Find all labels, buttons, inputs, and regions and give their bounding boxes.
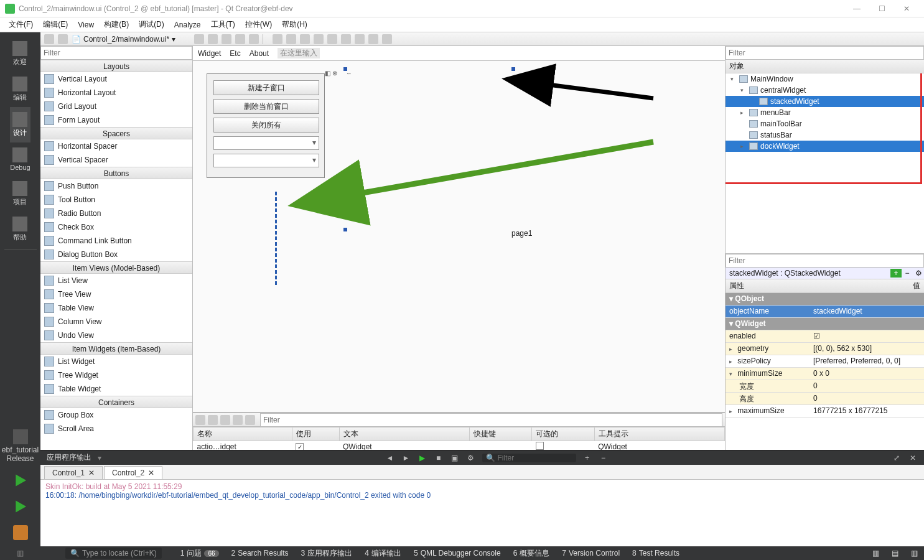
layout-icon[interactable] — [273, 34, 282, 44]
wb-category[interactable]: Item Views (Model-Based) — [40, 261, 192, 274]
tool-icon[interactable] — [208, 34, 218, 44]
nav-fwd-icon[interactable] — [58, 34, 68, 44]
menu-item[interactable]: View — [73, 19, 99, 30]
object-filter[interactable] — [726, 46, 924, 60]
edit-action-icon[interactable] — [245, 415, 255, 425]
ae-col[interactable]: 工具提示 — [594, 427, 724, 441]
stop-icon[interactable]: ■ — [434, 453, 444, 463]
wb-item[interactable]: Column View — [40, 315, 192, 329]
form-canvas[interactable]: ◧ ⊗ ↔ 新建子窗口删除当前窗口关闭所有 page1 — [193, 61, 725, 413]
layout-icon[interactable] — [355, 34, 365, 44]
object-tree[interactable]: ▾MainWindow▾centralWidgetstackedWidget▸m… — [726, 73, 924, 254]
layout-icon[interactable] — [327, 34, 337, 44]
prev-icon[interactable]: ◄ — [385, 453, 395, 463]
form-menu-item[interactable]: Etc — [230, 49, 240, 58]
expand-icon[interactable]: ▸ — [740, 110, 747, 116]
run-button[interactable] — [0, 468, 40, 494]
wb-item[interactable]: Tree View — [40, 287, 192, 301]
remove-pane-icon[interactable]: − — [599, 453, 609, 463]
mode-项目[interactable]: 项目 — [10, 176, 30, 212]
prop-row[interactable]: ▸ sizePolicy[Preferred, Preferred, 0, 0] — [726, 355, 924, 368]
layout-icon[interactable] — [300, 34, 310, 44]
dock-panel[interactable]: 新建子窗口删除当前窗口关闭所有 — [207, 73, 325, 178]
wb-item[interactable]: Table Widget — [40, 382, 192, 396]
checkbox-icon[interactable] — [536, 442, 544, 450]
output-filter[interactable] — [498, 454, 572, 462]
ae-col[interactable]: 名称 — [194, 427, 292, 441]
wb-item[interactable]: Push Button — [40, 179, 192, 193]
obj-row[interactable]: stackedWidget — [726, 96, 924, 107]
layout-icon[interactable] — [314, 34, 324, 44]
wb-item[interactable]: Table View — [40, 301, 192, 315]
attach-icon[interactable]: ▣ — [450, 453, 460, 463]
resize-handles[interactable]: ◧ ⊗ ↔ — [325, 70, 352, 77]
toggle-right-icon[interactable]: ▥ — [905, 549, 924, 558]
wb-item[interactable]: Command Link Button — [40, 234, 192, 248]
wb-item[interactable]: Form Layout — [40, 113, 192, 127]
new-action-icon[interactable] — [195, 415, 205, 425]
obj-row[interactable]: ▾centralWidget — [726, 85, 924, 96]
prop-row[interactable]: ▾ minimumSize0 x 0 — [726, 368, 924, 380]
maximize-button[interactable]: ☐ — [869, 0, 894, 17]
wb-item[interactable]: Group Box — [40, 408, 192, 422]
run-icon[interactable]: ▶ — [418, 453, 427, 463]
dropdown-icon[interactable]: ▾ — [98, 454, 101, 462]
statusbar-item[interactable]: 7Version Control — [556, 548, 626, 559]
minimize-button[interactable]: — — [844, 0, 869, 17]
output-tab[interactable]: Control_1✕ — [44, 466, 103, 479]
ae-col[interactable]: 使用 — [292, 427, 339, 441]
wb-item[interactable]: Radio Button — [40, 207, 192, 220]
layout-icon[interactable] — [341, 34, 351, 44]
selection-handle[interactable] — [343, 67, 347, 71]
wb-item[interactable]: Tool Button — [40, 193, 192, 207]
wb-category[interactable]: Buttons — [40, 167, 192, 179]
obj-row[interactable]: ▸menuBar — [726, 107, 924, 118]
toggle-sidebar-icon[interactable]: ▥ — [866, 549, 885, 558]
statusbar-item[interactable]: 8Test Results — [626, 548, 686, 559]
nav-back-icon[interactable] — [44, 34, 54, 44]
prop-row[interactable]: ▸ geometry[(0, 0), 562 x 530] — [726, 343, 924, 355]
expand-icon[interactable]: ⤢ — [892, 453, 902, 463]
ae-col[interactable]: 文本 — [339, 427, 469, 441]
property-filter[interactable] — [726, 254, 924, 268]
statusbar-item[interactable]: 5QML Debugger Console — [408, 548, 507, 559]
menu-item[interactable]: 构建(B) — [99, 18, 134, 31]
build-button[interactable] — [0, 520, 40, 546]
prop-row[interactable]: ▸ maximumSize16777215 x 16777215 — [726, 405, 924, 418]
wb-item[interactable]: Tree Widget — [40, 368, 192, 382]
form-menu-item[interactable]: Widget — [198, 49, 221, 58]
ae-col[interactable]: 快捷键 — [469, 427, 531, 441]
statusbar-item[interactable]: 1问题66 — [174, 548, 225, 559]
combo-2[interactable] — [213, 154, 319, 167]
wb-item[interactable]: List Widget — [40, 355, 192, 368]
prop-row[interactable]: ▾ QWidget — [726, 318, 924, 330]
toggle-left-icon[interactable]: ▥ — [17, 549, 24, 558]
close-button[interactable]: ✕ — [894, 0, 919, 17]
obj-row[interactable]: ▸dockWidget — [726, 141, 924, 152]
prop-row[interactable]: enabled☑ — [726, 330, 924, 343]
wb-category[interactable]: Layouts — [40, 60, 192, 72]
mode-欢迎[interactable]: 欢迎 — [10, 36, 30, 72]
layout-icon[interactable] — [368, 34, 378, 44]
output-tab[interactable]: Control_2✕ — [104, 466, 162, 479]
copy-action-icon[interactable] — [208, 415, 218, 425]
mode-帮助[interactable]: 帮助 — [10, 212, 30, 247]
delete-action-icon[interactable] — [233, 415, 243, 425]
form-menu-placeholder[interactable]: 在这里输入 — [278, 48, 320, 58]
dock-frame[interactable] — [275, 192, 279, 285]
layout-icon[interactable] — [286, 34, 296, 44]
tool-icon[interactable] — [222, 34, 231, 44]
expand-icon[interactable]: ▾ — [740, 87, 747, 93]
ae-col[interactable]: 可选的 — [532, 427, 594, 441]
wb-item[interactable]: Vertical Layout — [40, 72, 192, 86]
combo-1[interactable] — [213, 136, 319, 150]
menu-item[interactable]: 文件(F) — [4, 18, 38, 31]
mode-编辑[interactable]: 编辑 — [10, 72, 30, 107]
paste-action-icon[interactable] — [220, 415, 230, 425]
prop-row[interactable]: 高度0 — [726, 393, 924, 405]
wb-category[interactable]: Spacers — [40, 127, 192, 139]
close-pane-icon[interactable]: ✕ — [908, 453, 918, 463]
form-button[interactable]: 删除当前窗口 — [213, 99, 319, 114]
expand-icon[interactable]: ▾ — [730, 76, 737, 82]
menu-item[interactable]: 编辑(E) — [38, 18, 73, 31]
